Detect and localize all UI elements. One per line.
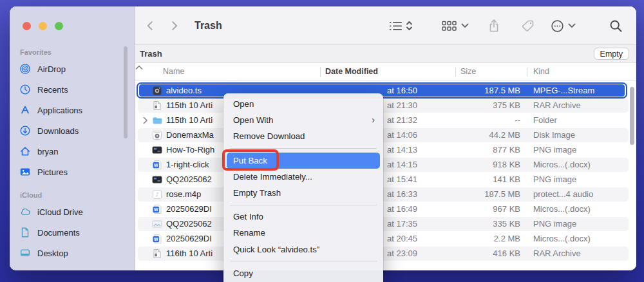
list-scrollbar[interactable] [630,87,634,145]
desktop-background: FavoritesAirDropRecentsApplicationsDownl… [0,0,644,282]
file-name: rose.m4p [166,189,201,199]
disclosure-chevron-icon[interactable] [143,117,152,124]
minimize-button[interactable] [39,22,47,30]
column-header-name[interactable]: Name [163,67,184,76]
table-row[interactable]: W20250629DIat 16:49967 KBMicros...(.docx… [135,202,636,216]
back-button[interactable] [144,6,156,45]
chevron-down-icon[interactable] [461,6,469,45]
chevron-down-icon[interactable] [568,6,576,45]
kind-cell: PNG image [527,174,636,184]
sidebar-item-label: Applications [37,106,82,115]
main-pane: Trash Trash Empty Name Date Modified Siz [135,6,636,270]
menu-item-open[interactable]: Open [223,96,383,112]
table-row[interactable]: 115th 10 Artiat 21:30375 KBRAR Archive [135,98,636,113]
menu-item-rename[interactable]: Rename [223,225,383,241]
menu-item-copy[interactable]: Copy [223,265,383,281]
image-dark-icon [152,145,162,155]
table-row[interactable]: QQ2025062at 17:35335 KBPNG image [135,216,636,231]
kind-cell: Folder [527,115,636,125]
size-cell: 375 KB [455,100,527,110]
file-name: QQ2025062 [166,219,212,229]
table-row[interactable]: QQ2025062at 15:41141 KBPNG image [135,172,636,187]
table-row[interactable]: alvideo.tsat 16:50187.5 MBMPEG-...Stream [135,83,636,98]
file-name: DonemaxMa [166,130,214,140]
downloads-icon [19,124,32,137]
annotation-highlight-put-back [222,149,279,171]
share-icon [488,6,500,45]
size-cell: 141 KB [455,174,527,184]
location-title: Trash [140,49,162,59]
close-button[interactable] [23,22,31,30]
table-row[interactable]: 115th 10 Artiat 21:32--Folder [135,113,636,127]
list-view-icon[interactable] [389,6,402,45]
zip-file-icon [152,249,162,259]
menu-item-delete-immediately[interactable]: Delete Immediately... [223,169,383,185]
sidebar-item-downloads[interactable]: Downloads [10,120,135,141]
sort-chevrons-icon[interactable] [406,6,413,45]
kind-cell: Micros...(.docx) [527,204,636,214]
kind-cell: RAR Archive [527,100,636,110]
size-cell: 918 KB [455,160,527,169]
column-divider [320,68,321,77]
table-row[interactable]: W1-right-clickat 14:15918 KBMicros...(.d… [135,157,636,172]
kind-cell: Disk Image [527,130,636,140]
sidebar-item-airdrop[interactable]: AirDrop [10,59,135,79]
group-icon[interactable] [442,6,457,45]
kind-cell: PNG image [527,219,636,229]
column-header-kind[interactable]: Kind [533,67,549,76]
more-actions-icon[interactable] [551,6,564,45]
size-cell: 44.2 MB [455,130,527,140]
column-divider [455,68,456,77]
sidebar-item-documents[interactable]: Documents [10,222,135,243]
folder-icon [152,115,162,126]
menu-item-remove-download[interactable]: Remove Download [223,128,383,144]
table-row[interactable]: 116th 10 Artiat 23:09416 KBRAR Archive [135,246,636,261]
empty-trash-button[interactable]: Empty [594,48,629,60]
sidebar-item-applications[interactable]: Applications [10,100,135,120]
sort-ascending-icon [135,63,143,72]
kind-cell: Micros...(.docx) [527,160,636,169]
video-file-icon [152,86,162,96]
menu-item-empty-trash[interactable]: Empty Trash [223,185,383,201]
table-row[interactable]: W20250629DIat 20:452.2 MBMicros...(.docx… [135,231,636,246]
kind-cell: MPEG-...Stream [527,86,636,95]
forward-button[interactable] [169,6,180,45]
sidebar-item-label: iCloud Drive [37,207,83,217]
kind-cell: protect...4 audio [527,189,636,199]
audio-file-icon: ♪ [152,189,162,200]
size-cell: 335 KB [455,219,527,229]
word-file-icon: W [152,204,162,214]
image-dark-icon [152,174,162,185]
zoom-button[interactable] [55,22,63,30]
menu-item-get-info[interactable]: Get Info [223,209,383,225]
column-header-date-modified[interactable]: Date Modified [325,67,378,76]
sidebar-item-icloud-drive[interactable]: iCloud Drive [10,202,135,222]
column-header-size[interactable]: Size [460,67,476,76]
sidebar-item-label: Desktop [37,249,68,258]
file-list: alvideo.tsat 16:50187.5 MBMPEG-...Stream… [135,81,636,270]
pictures-icon [19,165,32,178]
table-row[interactable]: How-To-Righat 14:13877 KBPNG image [135,142,636,157]
word-file-icon: W [152,234,162,244]
size-cell: 187.5 MB [455,86,527,95]
size-cell: 967 KB [455,204,527,214]
menu-item-quick-look-alvideo-ts[interactable]: Quick Look “alvideo.ts” [223,241,383,258]
sidebar-item-label: Pictures [37,167,68,177]
svg-text:W: W [154,236,158,241]
menu-item-open-with[interactable]: Open With› [223,112,383,128]
table-row[interactable]: ♪rose.m4pat 16:33187.5 MBprotect...4 aud… [135,187,636,202]
size-cell: 2.2 MB [455,234,527,243]
sidebar-item-bryan[interactable]: bryan [10,141,135,162]
sidebar-item-recents[interactable]: Recents [10,79,135,100]
file-name: 20250629DI [166,204,212,214]
applications-icon [19,104,32,117]
file-name: 20250629DI [166,234,212,243]
table-row[interactable]: DonemaxMaat 14:0644.2 MBDisk Image [135,127,636,142]
sidebar-item-pictures[interactable]: Pictures [10,162,135,182]
sidebar-item-desktop[interactable]: Desktop [10,243,135,263]
size-cell: 416 KB [455,249,527,258]
search-icon[interactable] [609,6,623,45]
sidebar-scrollbar[interactable] [124,46,128,138]
file-name: How-To-Righ [166,145,214,155]
file-name: 116th 10 Arti [166,249,213,258]
